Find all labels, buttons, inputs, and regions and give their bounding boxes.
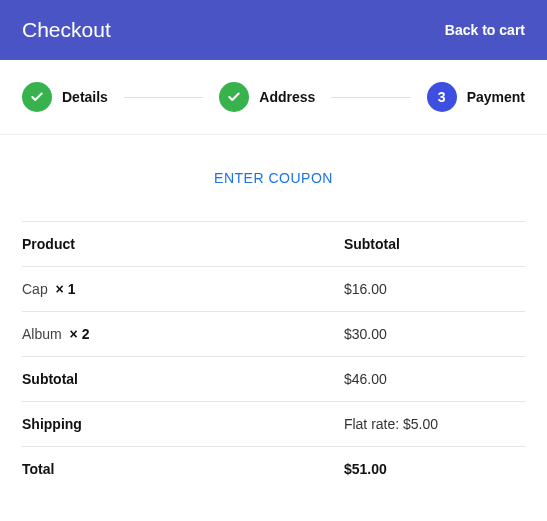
order-summary-table: Product Subtotal Cap × 1 $16.00 Album × … [22,221,525,491]
subtotal-label: Subtotal [22,357,344,402]
checkout-header: Checkout Back to cart [0,0,547,60]
total-label: Total [22,447,344,492]
table-row: Album × 2 $30.00 [22,312,525,357]
product-name: Cap [22,281,48,297]
subtotal-row: Subtotal $46.00 [22,357,525,402]
col-subtotal: Subtotal [344,222,525,267]
total-value: $51.00 [344,447,525,492]
product-subtotal: $16.00 [344,267,525,312]
check-icon [219,82,249,112]
table-row: Cap × 1 $16.00 [22,267,525,312]
coupon-section: ENTER COUPON [0,135,547,221]
step-label: Details [62,89,108,105]
check-icon [22,82,52,112]
shipping-row: Shipping Flat rate: $5.00 [22,402,525,447]
step-details[interactable]: Details [22,82,108,112]
product-name: Album [22,326,62,342]
page-title: Checkout [22,18,111,42]
shipping-value: Flat rate: $5.00 [344,402,525,447]
product-cell: Album × 2 [22,312,344,357]
product-qty: × 1 [56,281,76,297]
back-to-cart-link[interactable]: Back to cart [445,22,525,38]
table-header-row: Product Subtotal [22,222,525,267]
step-number: 3 [427,82,457,112]
product-cell: Cap × 1 [22,267,344,312]
total-row: Total $51.00 [22,447,525,492]
step-payment[interactable]: 3 Payment [427,82,525,112]
step-address[interactable]: Address [219,82,315,112]
step-divider [124,97,203,98]
checkout-stepper: Details Address 3 Payment [0,60,547,135]
step-label: Address [259,89,315,105]
product-qty: × 2 [70,326,90,342]
subtotal-value: $46.00 [344,357,525,402]
product-subtotal: $30.00 [344,312,525,357]
step-divider [331,97,410,98]
step-label: Payment [467,89,525,105]
enter-coupon-link[interactable]: ENTER COUPON [214,170,333,186]
col-product: Product [22,222,344,267]
shipping-label: Shipping [22,402,344,447]
